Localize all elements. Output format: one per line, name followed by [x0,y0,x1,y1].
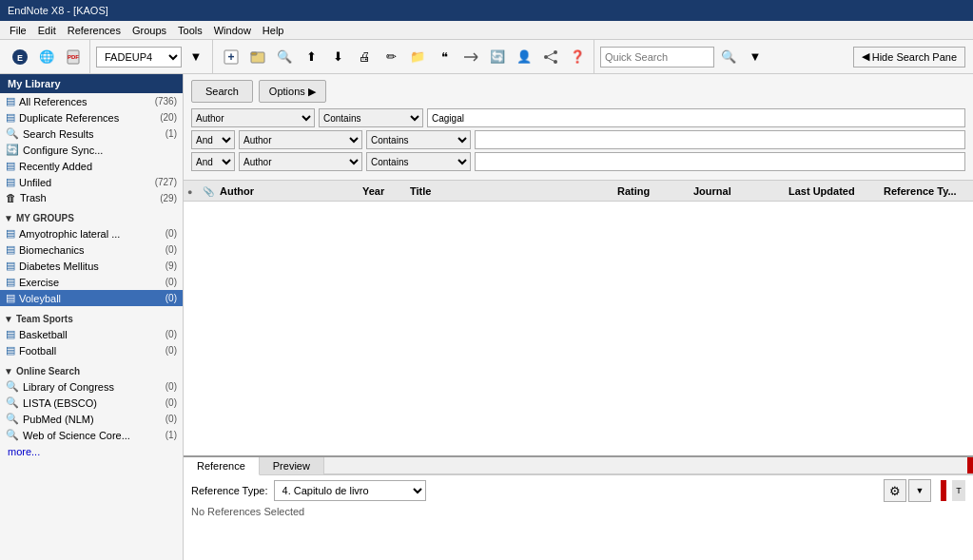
search-condition-2[interactable]: Contains [366,130,471,149]
toolbar-new-ref-icon[interactable]: + [219,45,243,69]
col-header-author[interactable]: Author [220,185,362,197]
menu-file[interactable]: File [4,23,32,38]
toolbar-share-icon[interactable] [538,45,563,69]
sidebar-item-library-congress[interactable]: 🔍 Library of Congress (0) [0,378,183,395]
sidebar-item-lista-ebsco[interactable]: 🔍 LISTA (EBSCO) (0) [0,395,183,411]
sidebar-item-label: Library of Congress [23,381,114,393]
sidebar-item-pubmed[interactable]: 🔍 PubMed (NLM) (0) [0,411,183,427]
sidebar-item-basketball[interactable]: ▤ Basketball (0) [0,326,183,342]
item-count: (0) [165,381,177,392]
search-logic-3[interactable]: And Or Not [191,152,235,171]
sidebar-item-label: LISTA (EBSCO) [23,397,97,409]
sidebar-item-label: Amyotrophic lateral ... [19,228,120,240]
search-button[interactable]: Search [191,80,253,103]
sidebar-header: My Library [0,74,183,93]
group-icon: ▤ [6,243,15,256]
item-count: (0) [165,329,177,339]
search-condition-1[interactable]: Contains [319,108,423,127]
col-header-attachment: 📎 [203,185,220,197]
search-field-2[interactable]: Author [239,130,362,149]
toolbar-quote-icon[interactable]: ❝ [432,45,457,69]
toolbar-download-icon[interactable]: ⬇ [325,45,350,69]
search-value-2[interactable] [475,130,965,149]
hide-search-pane-button[interactable]: ◀ Hide Search Pane [853,47,965,68]
sidebar-item-unfiled[interactable]: ▤ Unfiled (727) [0,174,183,190]
toolbar-user-icon[interactable]: 👤 [512,45,536,69]
tab-reference[interactable]: Reference [184,457,260,475]
col-header-reference-type[interactable]: Reference Ty... [884,185,969,197]
toolbar-help-icon[interactable]: ❓ [565,45,590,69]
menu-references[interactable]: References [62,23,126,38]
toolbar-upload-icon[interactable]: ⬆ [299,45,323,69]
sidebar-item-exercise[interactable]: ▤ Exercise (0) [0,274,183,290]
col-header-title[interactable]: Title [410,185,617,197]
search-options-icon[interactable]: ▼ [743,45,768,69]
toolbar-pdf-icon[interactable]: PDF [61,45,86,69]
menu-help[interactable]: Help [257,23,290,38]
reference-type-select[interactable]: 4. Capitulo de livro [274,480,426,501]
quick-search-input[interactable] [600,47,714,68]
search-condition-3[interactable]: Contains [366,152,471,171]
col-header-journal[interactable]: Journal [693,185,788,197]
team-sports-label: Team Sports [16,314,73,324]
sidebar-item-volleyball[interactable]: ▤ Voleyball (0) [0,290,183,306]
toolbar-endnote-icon[interactable]: E [8,45,32,69]
search-logic-2[interactable]: And Or Not [191,130,235,149]
menu-bar: File Edit References Groups Tools Window… [0,21,973,40]
toolbar-print-icon[interactable]: 🖨 [352,45,377,69]
menu-tools[interactable]: Tools [172,23,208,38]
col-header-rating[interactable]: Rating [617,185,693,197]
tab-preview[interactable]: Preview [260,457,324,474]
online-search-collapse-icon[interactable]: ▼ [4,366,13,377]
sidebar-item-web-of-science[interactable]: 🔍 Web of Science Core... (1) [0,427,183,443]
sidebar-item-search-results[interactable]: 🔍 Search Results (1) [0,126,183,142]
my-groups-collapse-icon[interactable]: ▼ [4,213,13,223]
toolbar-globe-icon[interactable]: 🌐 [34,45,59,69]
sidebar-item-duplicate-references[interactable]: ▤ Duplicate References (20) [0,109,183,126]
menu-edit[interactable]: Edit [32,23,62,38]
red-indicator [967,457,973,473]
options-button[interactable]: Options ▶ [259,80,326,103]
library-select[interactable]: FADEUP4 [96,47,182,68]
side-panel-toggle[interactable]: T [952,480,965,501]
my-groups-label: MY GROUPS [16,213,74,223]
toolbar-nav-section: + 🔍 ⬆ ⬇ 🖨 ✏ 📁 ❝ 🔄 👤 ❓ [215,40,594,73]
options-dropdown-button[interactable]: ▼ [908,479,931,502]
search-row-3: And Or Not Author Contains [191,152,965,171]
search-field-3[interactable]: Author [239,152,362,171]
search-icon: 🔍 [6,127,19,140]
toolbar-edit-icon[interactable]: ✏ [379,45,403,69]
toolbar-find-icon[interactable]: 🔍 [272,45,297,69]
sidebar-item-trash[interactable]: 🗑 Trash (29) [0,190,183,205]
sidebar-item-all-references[interactable]: ▤ All References (736) [0,93,183,109]
team-sports-header: ▼ Team Sports [0,310,183,326]
gear-button[interactable]: ⚙ [884,479,906,502]
sidebar-more-link[interactable]: more... [0,443,183,460]
search-field-1[interactable]: Author [191,108,315,127]
toolbar-more1-icon[interactable] [458,45,483,69]
item-count: (0) [165,228,177,239]
sidebar-item-recently-added[interactable]: ▤ Recently Added [0,158,183,174]
menu-window[interactable]: Window [208,23,257,38]
sidebar-item-amyotrophic[interactable]: ▤ Amyotrophic lateral ... (0) [0,225,183,241]
toolbar-sync-icon[interactable]: 🔄 [485,45,510,69]
toolbar-dropdown-icon[interactable]: ▼ [184,45,208,69]
toolbar-open-ref-icon[interactable] [245,45,270,69]
team-sports-collapse-icon[interactable]: ▼ [4,314,13,324]
results-table-header: ● 📎 Author Year Title Rating Journal Las… [184,181,973,202]
quick-search-btn[interactable]: 🔍 [716,45,741,69]
sidebar-item-biomechanics[interactable]: ▤ Biomechanics (0) [0,241,183,258]
sidebar-item-football[interactable]: ▤ Football (0) [0,342,183,358]
item-count: (0) [165,397,177,408]
col-header-year[interactable]: Year [362,185,410,197]
search-value-3[interactable] [475,152,965,171]
group-icon: ▤ [6,260,15,272]
unfiled-count: (727) [155,177,177,187]
sidebar-item-configure-sync[interactable]: 🔄 Configure Sync... [0,142,183,158]
toolbar-folder-icon[interactable]: 📁 [405,45,430,69]
item-count: (0) [165,414,177,424]
menu-groups[interactable]: Groups [126,23,172,38]
col-header-last-updated[interactable]: Last Updated [788,185,884,197]
sidebar-item-diabetes[interactable]: ▤ Diabetes Mellitus (9) [0,258,183,274]
search-value-1[interactable] [427,108,965,127]
